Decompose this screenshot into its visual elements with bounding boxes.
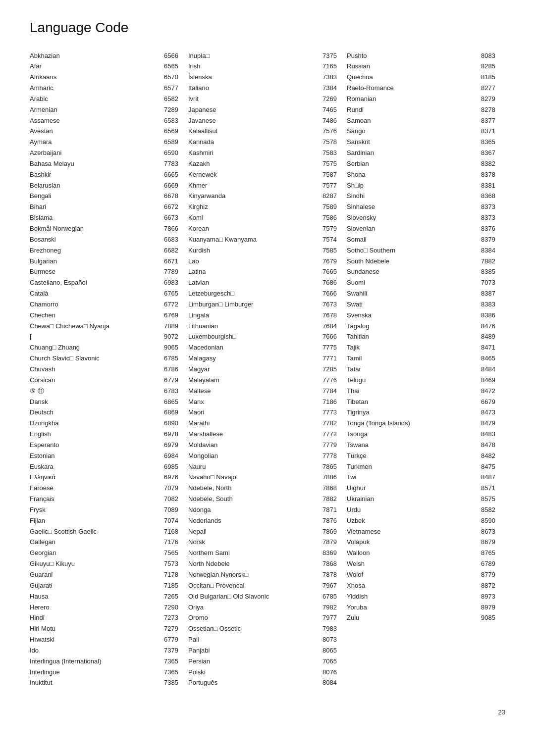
language-name: Irish <box>188 62 317 71</box>
list-item: Kannada7578 <box>188 137 337 148</box>
list-item: Bosanski6683 <box>30 234 178 245</box>
language-name: Komi <box>188 213 317 223</box>
language-code: 7089 <box>159 505 178 515</box>
language-name: Íslenska <box>188 73 317 82</box>
list-item: Bulgarian6671 <box>30 256 178 267</box>
list-item: Kazakh7575 <box>188 158 337 169</box>
language-name: Luxembourgish□ <box>188 332 317 342</box>
list-item: Maltese7784 <box>188 386 337 397</box>
list-item: Maori7773 <box>188 407 337 418</box>
language-name: Quechua <box>347 73 476 82</box>
list-item: Afar6565 <box>30 61 178 72</box>
language-name: Chewa□ Chichewa□ Nyanja <box>30 322 159 331</box>
list-item: Yoruba8979 <box>347 602 495 613</box>
list-item: ⑤ ⑪6783 <box>30 386 178 397</box>
list-item: Türkçe8482 <box>347 451 495 461</box>
language-code: 6665 <box>159 170 178 180</box>
language-code: 7587 <box>317 170 337 180</box>
list-item: Zulu9085 <box>347 613 495 624</box>
language-name: Chamorro <box>30 300 159 309</box>
language-name: Arabic <box>30 95 159 104</box>
list-item: Sindhi8368 <box>347 191 495 202</box>
language-code: 6671 <box>159 257 178 266</box>
language-name: Ido <box>30 646 159 655</box>
language-name: Lithuanian <box>188 322 317 331</box>
list-item: Macedonian7775 <box>188 343 337 353</box>
language-name: Kalaallisut <box>188 127 317 136</box>
language-code: 6769 <box>159 311 178 320</box>
language-name: Sinhalese <box>347 202 476 212</box>
list-item: Nederlands7876 <box>188 515 337 526</box>
language-code: 7876 <box>317 516 337 526</box>
list-item: Ndonga7871 <box>188 504 337 515</box>
list-item: Serbian8382 <box>347 158 495 169</box>
language-name: Aymara <box>30 138 159 147</box>
language-name: Vietnamese <box>347 527 476 537</box>
language-code: 8571 <box>476 484 495 493</box>
language-name: Moldavian <box>188 441 317 450</box>
language-code: 7079 <box>159 484 178 493</box>
language-name: Gallegan <box>30 538 159 547</box>
language-code: 6779 <box>159 635 178 645</box>
list-item: Svenska8386 <box>347 310 495 321</box>
language-name: Tatar <box>347 365 476 374</box>
list-item: Bokmål Norwegian7866 <box>30 224 178 235</box>
language-name: Esperanto <box>30 441 159 450</box>
list-item: Sundanese8385 <box>347 267 495 278</box>
language-name: Navaho□ Navajo <box>188 473 317 482</box>
list-item: Gujarati7185 <box>30 580 178 591</box>
language-name: Urdu <box>347 505 476 515</box>
language-name: Japanese <box>188 105 317 115</box>
language-code: 7673 <box>317 300 337 309</box>
list-item: Manx7186 <box>188 397 337 407</box>
list-item: Russian8285 <box>347 61 495 72</box>
list-item: Ndebele, North7868 <box>188 483 337 494</box>
language-name: Armenian <box>30 105 159 115</box>
language-name: Inupia□ <box>188 51 317 61</box>
list-item: Navaho□ Navajo7886 <box>188 472 337 483</box>
list-item: Swahili8387 <box>347 289 495 300</box>
language-code: 7178 <box>159 570 178 580</box>
language-code: 6786 <box>159 365 178 374</box>
list-item: Komi7586 <box>188 213 337 224</box>
list-item: Afrikaans6570 <box>30 72 178 83</box>
list-item: Lingala7678 <box>188 310 337 321</box>
language-name: Yoruba <box>347 603 476 612</box>
language-code: 7265 <box>159 592 178 602</box>
list-item: Oromo7977 <box>188 613 337 624</box>
language-code: 8285 <box>476 62 495 71</box>
list-item: Lithuanian7684 <box>188 321 337 332</box>
language-code: 8473 <box>476 408 495 417</box>
language-name: Chuang□ Zhuang <box>30 343 159 353</box>
language-name: Church Slavic□ Slavonic <box>30 354 159 363</box>
language-code: 7579 <box>317 224 337 234</box>
list-item: Français7082 <box>30 494 178 505</box>
language-name: Fijian <box>30 516 159 526</box>
language-code: 8287 <box>317 192 337 201</box>
list-item: Uighur8571 <box>347 483 495 494</box>
language-name: Bosanski <box>30 235 159 245</box>
list-item: Nauru7865 <box>188 461 337 472</box>
language-code: 9065 <box>159 343 178 353</box>
list-item: Tigrinya8473 <box>347 407 495 418</box>
language-code: 7869 <box>317 527 337 537</box>
language-name: Amharic <box>30 84 159 93</box>
language-code: 7878 <box>317 570 337 580</box>
language-name: Corsican <box>30 376 159 385</box>
language-name: Turkmen <box>347 462 476 472</box>
list-item: Ossetian□ Ossetic7983 <box>188 624 337 635</box>
list-item: Vietnamese8673 <box>347 526 495 537</box>
language-name: Kinyarwanda <box>188 192 317 201</box>
language-code: 6890 <box>159 419 178 428</box>
language-code: 6869 <box>159 408 178 417</box>
language-name: Tsonga <box>347 430 476 439</box>
list-item: Slovensky8373 <box>347 213 495 224</box>
language-code: 8365 <box>476 138 495 147</box>
language-code: 6679 <box>476 398 495 407</box>
language-code: 6772 <box>159 300 178 309</box>
language-code: 8973 <box>476 592 495 602</box>
language-name: Faroese <box>30 484 159 493</box>
language-code: 6582 <box>159 95 178 104</box>
language-name: Hindi <box>30 613 159 623</box>
language-name: Maori <box>188 408 317 417</box>
